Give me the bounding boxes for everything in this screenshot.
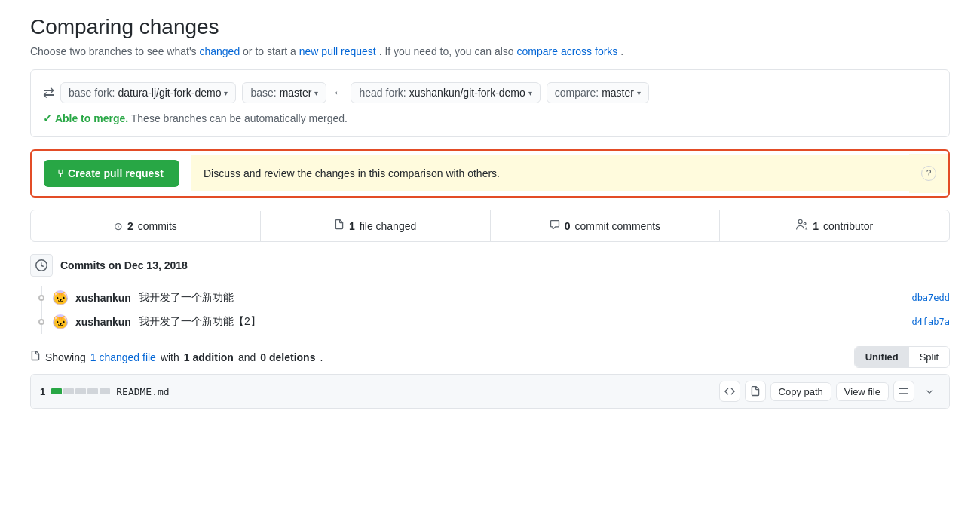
- commits-group-icon: [30, 254, 53, 277]
- commit-avatar: 🐱: [53, 314, 68, 329]
- commit-author[interactable]: xushankun: [75, 316, 131, 328]
- stats-bar: ⊙ 2 commits 1 file changed 0 commit comm…: [30, 210, 950, 242]
- merge-status-text: These branches can be automatically merg…: [131, 112, 348, 124]
- create-pr-description: Discuss and review the changes in this c…: [191, 155, 909, 191]
- commit-message: 我开发了一个新功能: [139, 291, 905, 305]
- file-summary-icon: [30, 351, 41, 363]
- file-diff-bar: [51, 388, 110, 394]
- commit-hash[interactable]: dba7edd: [911, 293, 950, 303]
- commit-author[interactable]: xushankun: [75, 292, 131, 304]
- files-icon: [334, 219, 345, 232]
- comments-count: 0: [565, 220, 571, 232]
- page-subtitle: Choose two branches to see what's change…: [30, 45, 950, 57]
- merge-status: ✓ Able to merge. These branches can be a…: [43, 112, 937, 124]
- commits-date: Commits on Dec 13, 2018: [60, 259, 188, 271]
- create-pr-help-icon[interactable]: ?: [909, 154, 948, 193]
- create-pull-request-button[interactable]: ⑂ Create pull request: [44, 160, 179, 187]
- commits-count: 2: [127, 220, 133, 232]
- with-text: with: [161, 351, 179, 363]
- files-header: Showing 1 changed file with 1 addition a…: [30, 346, 950, 368]
- branch-selector-box: ⇄ base fork: datura-lj/git-fork-demo ▾ b…: [30, 69, 950, 137]
- file-diff-container: 1 README.md Copy path: [30, 374, 950, 409]
- diff-bar-gray-3: [87, 388, 98, 394]
- period: .: [320, 351, 323, 363]
- compare-label: compare:: [555, 87, 599, 99]
- base-chevron: ▾: [314, 89, 318, 97]
- diff-bar-gray-4: [100, 388, 110, 394]
- split-view-button[interactable]: Split: [909, 347, 949, 367]
- expand-file-icon-button[interactable]: [919, 381, 940, 402]
- commits-icon: ⊙: [114, 220, 123, 232]
- stat-commit-comments[interactable]: 0 commit comments: [491, 210, 721, 241]
- base-fork-value: datura-lj/git-fork-demo: [118, 87, 221, 99]
- changed-file-count-link[interactable]: 1 changed file: [90, 351, 156, 363]
- and-text: and: [238, 351, 256, 363]
- base-value: master: [280, 87, 312, 99]
- head-fork-value: xushankun/git-fork-demo: [409, 87, 525, 99]
- stat-files-changed[interactable]: 1 file changed: [261, 210, 491, 241]
- head-fork-label: head fork:: [359, 87, 406, 99]
- compare-chevron: ▾: [637, 89, 641, 97]
- commits-label: commits: [138, 220, 177, 232]
- merge-check-icon: ✓: [43, 112, 52, 124]
- comments-icon: [550, 219, 560, 232]
- file-diff-actions: Copy path View file: [719, 381, 940, 402]
- contributors-label: contributor: [823, 220, 873, 232]
- contributors-icon: [796, 219, 808, 232]
- compare-across-forks-link[interactable]: compare across forks: [517, 45, 618, 57]
- raw-view-icon-button[interactable]: [745, 381, 766, 402]
- file-line-count: 1: [40, 386, 45, 397]
- display-options-icon-button[interactable]: [893, 381, 914, 402]
- head-fork-selector[interactable]: head fork: xushankun/git-fork-demo ▾: [351, 82, 540, 103]
- files-label: file changed: [360, 220, 417, 232]
- commit-avatar: 🐱: [53, 290, 68, 305]
- comments-label: commit comments: [574, 220, 660, 232]
- page-title: Comparing changes: [30, 15, 950, 39]
- create-pr-section: ⑂ Create pull request Discuss and review…: [30, 149, 950, 198]
- diff-bar-gray-2: [75, 388, 86, 394]
- files-summary: Showing 1 changed file with 1 addition a…: [30, 351, 323, 363]
- commits-section: Commits on Dec 13, 2018 🐱 xushankun 我开发了…: [30, 254, 950, 334]
- code-view-icon-button[interactable]: [719, 381, 740, 402]
- files-section: Showing 1 changed file with 1 addition a…: [30, 346, 950, 409]
- base-label: base:: [250, 87, 276, 99]
- merge-status-bold: Able to merge.: [55, 112, 128, 124]
- diff-bar-green: [51, 388, 62, 394]
- diff-bar-gray-1: [63, 388, 74, 394]
- stat-commits[interactable]: ⊙ 2 commits: [31, 211, 261, 241]
- view-file-button[interactable]: View file: [836, 382, 889, 401]
- commit-dot: [38, 319, 44, 325]
- file-name: README.md: [116, 386, 712, 397]
- base-fork-chevron: ▾: [224, 89, 228, 97]
- pr-button-icon: ⑂: [57, 167, 63, 179]
- deletions-count: 0 deletions: [260, 351, 315, 363]
- pr-button-label: Create pull request: [68, 167, 164, 179]
- direction-arrow-icon: ←: [332, 86, 345, 100]
- base-fork-label: base fork:: [69, 87, 115, 99]
- commit-row: 🐱 xushankun 我开发了一个新功能【2】 d4fab7a: [42, 310, 950, 334]
- stat-contributors[interactable]: 1 contributor: [720, 210, 949, 241]
- commit-row: 🐱 xushankun 我开发了一个新功能 dba7edd: [42, 286, 950, 310]
- head-fork-chevron: ▾: [528, 89, 532, 97]
- commit-dot: [38, 295, 44, 301]
- files-count: 1: [349, 220, 355, 232]
- compare-branch-selector[interactable]: compare: master ▾: [547, 82, 649, 103]
- new-pull-request-link[interactable]: new pull request: [299, 45, 376, 57]
- contributors-count: 1: [813, 220, 819, 232]
- commits-header: Commits on Dec 13, 2018: [30, 254, 950, 277]
- diff-view-toggle: Unified Split: [854, 346, 950, 368]
- changed-link[interactable]: changed: [199, 45, 240, 57]
- file-diff-header: 1 README.md Copy path: [31, 375, 949, 409]
- branch-row: ⇄ base fork: datura-lj/git-fork-demo ▾ b…: [43, 82, 937, 103]
- commit-hash[interactable]: d4fab7a: [911, 317, 950, 327]
- showing-text: Showing: [45, 351, 86, 363]
- base-branch-selector[interactable]: base: master ▾: [242, 82, 326, 103]
- unified-view-button[interactable]: Unified: [855, 347, 909, 367]
- compare-value: master: [602, 87, 634, 99]
- compare-icon: ⇄: [43, 84, 54, 101]
- base-fork-selector[interactable]: base fork: datura-lj/git-fork-demo ▾: [60, 82, 236, 103]
- copy-path-button[interactable]: Copy path: [770, 382, 831, 401]
- additions-count: 1 addition: [184, 351, 234, 363]
- commit-message: 我开发了一个新功能【2】: [139, 315, 905, 329]
